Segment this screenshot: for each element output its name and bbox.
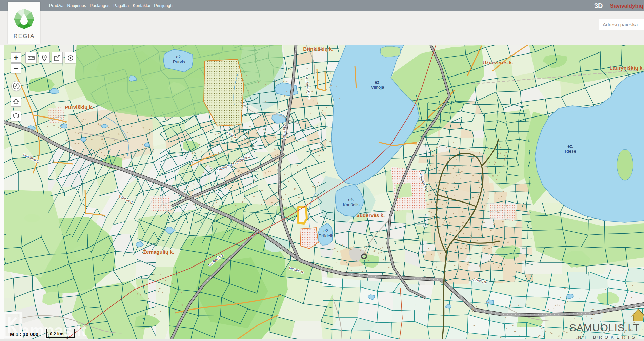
svg-text:ež.: ež. [176, 54, 182, 59]
svg-text:NT BROKERIS: NT BROKERIS [578, 335, 638, 339]
svg-text:SAMUOLIS.LT: SAMUOLIS.LT [569, 322, 640, 333]
svg-text:Užuežerės k.: Užuežerės k. [483, 60, 514, 65]
svg-text:0.2 km: 0.2 km [50, 331, 63, 336]
svg-text:Brinkiškių k.: Brinkiškių k. [303, 46, 333, 52]
svg-text:Žemagulių k.: Žemagulių k. [143, 249, 174, 255]
svg-text:ež.: ež. [567, 144, 573, 149]
svg-text:Prūdelis: Prūdelis [319, 233, 335, 238]
svg-text:Purviškių k.: Purviškių k. [65, 104, 93, 110]
svg-text:ež.: ež. [348, 197, 354, 202]
svg-text:Purvis: Purvis [173, 59, 185, 64]
svg-text:Riešė: Riešė [565, 149, 576, 154]
svg-text:Lauryniškių k.: Lauryniškių k. [610, 65, 644, 71]
svg-text:Sudervės k.: Sudervės k. [356, 212, 385, 218]
svg-text:ež.: ež. [323, 228, 329, 233]
svg-text:ež.: ež. [375, 80, 380, 85]
svg-text:M 1 : 10 000: M 1 : 10 000 [10, 331, 38, 337]
svg-text:Kaušelis: Kaušelis [343, 202, 360, 207]
svg-text:Vilnoja: Vilnoja [371, 85, 385, 90]
